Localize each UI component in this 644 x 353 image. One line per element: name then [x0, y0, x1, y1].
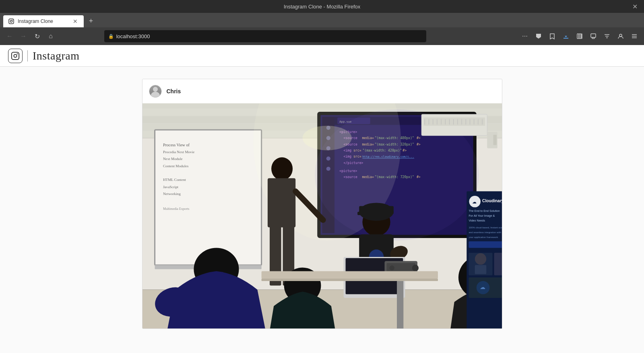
download-button[interactable] — [560, 31, 572, 42]
instagram-header: Instagram — [0, 45, 644, 67]
logo-divider — [27, 50, 28, 62]
svg-rect-7 — [591, 34, 596, 37]
svg-rect-84 — [493, 135, 496, 145]
svg-rect-6 — [581, 34, 582, 39]
svg-text:HTML Content: HTML Content — [163, 178, 186, 182]
svg-text:Process View of: Process View of — [163, 143, 190, 147]
post-image-container: Process View of Procedia Next Movie Next… — [142, 103, 502, 328]
svg-point-12 — [17, 53, 18, 54]
active-tab[interactable]: Instagram Clone ✕ — [3, 15, 84, 27]
svg-rect-10 — [12, 52, 19, 59]
svg-text:☁: ☁ — [472, 199, 476, 204]
post-username[interactable]: Chris — [167, 88, 181, 94]
svg-point-110 — [412, 265, 418, 271]
lock-icon: 🔒 — [108, 34, 114, 39]
svg-text:100% cloud-based, Instant scal: 100% cloud-based, Instant scale — [469, 226, 502, 229]
svg-rect-5 — [579, 34, 581, 39]
instagram-icon — [8, 49, 23, 63]
svg-rect-106 — [397, 273, 403, 328]
library-button[interactable] — [574, 31, 585, 42]
svg-rect-128 — [475, 265, 486, 274]
more-options-button[interactable]: ⋯ — [519, 31, 530, 42]
svg-text:Procedia Next Movie: Procedia Next Movie — [163, 150, 194, 154]
svg-point-9 — [619, 34, 622, 37]
svg-text:Next Module: Next Module — [163, 157, 182, 161]
svg-rect-124 — [469, 241, 502, 248]
account-button[interactable] — [615, 31, 626, 42]
tab-favicon — [8, 18, 14, 25]
bookmark-button[interactable] — [547, 31, 558, 42]
svg-point-87 — [271, 157, 293, 180]
svg-point-11 — [14, 54, 17, 57]
avatar[interactable] — [149, 85, 162, 98]
tab-bar: Instagram Clone ✕ + — [0, 13, 644, 27]
svg-point-111 — [389, 265, 394, 270]
svg-rect-4 — [577, 34, 579, 39]
svg-point-127 — [475, 253, 486, 265]
back-button[interactable]: ← — [4, 31, 15, 42]
instagram-wordmark: Instagram — [33, 49, 79, 62]
avatar-silhouette — [149, 85, 161, 97]
tab-close-button[interactable]: ✕ — [72, 18, 79, 25]
svg-text:JavaScript: JavaScript — [163, 185, 178, 189]
browser-title: Instagram Clone - Mozilla Firefox — [284, 4, 361, 10]
svg-text:The End to End Solution: The End to End Solution — [469, 209, 500, 213]
svg-text:☁: ☁ — [479, 284, 485, 290]
tab-label: Instagram Clone — [18, 18, 68, 24]
new-tab-button[interactable]: + — [85, 15, 97, 27]
home-button[interactable]: ⌂ — [45, 31, 56, 42]
svg-text:Content Modules: Content Modules — [163, 164, 188, 168]
filter-button[interactable] — [601, 31, 613, 42]
post-card: Chris — [142, 79, 502, 329]
toolbar-right: ⋯ — [519, 31, 640, 42]
svg-point-3 — [12, 20, 13, 21]
svg-rect-113 — [261, 279, 438, 281]
svg-rect-112 — [261, 271, 438, 279]
svg-rect-8 — [592, 37, 594, 39]
refresh-button[interactable]: ↻ — [31, 31, 43, 42]
instagram-logo-container: Instagram — [8, 49, 79, 63]
browser-close-button[interactable]: ✕ — [632, 3, 638, 10]
browser-window: Instagram Clone - Mozilla Firefox ✕ Inst… — [0, 0, 644, 353]
svg-text:For All Your Image &: For All Your Image & — [469, 214, 495, 218]
svg-text:Cloudinary: Cloudinary — [482, 199, 502, 203]
post-header: Chris — [142, 79, 502, 103]
feed-container: Chris — [134, 67, 510, 351]
svg-text:Networking: Networking — [163, 192, 180, 196]
page-content: Instagram Chris — [0, 45, 644, 353]
pocket-button[interactable] — [533, 31, 544, 42]
browser-titlebar: Instagram Clone - Mozilla Firefox ✕ — [0, 0, 644, 13]
forward-button[interactable]: → — [18, 31, 29, 42]
svg-text:your application framework: your application framework — [469, 236, 498, 238]
svg-rect-88 — [267, 178, 295, 227]
url-input[interactable] — [116, 33, 422, 39]
svg-text:Multimedia    Exports: Multimedia Exports — [163, 207, 189, 211]
synced-tabs-button[interactable] — [588, 31, 599, 42]
svg-point-86 — [302, 126, 351, 150]
svg-text:and seamless integration with: and seamless integration with — [469, 231, 501, 234]
svg-text:Video Needs: Video Needs — [469, 219, 485, 222]
browser-toolbar: ← → ↻ ⌂ 🔒 ⋯ — [0, 27, 644, 45]
post-image: Process View of Procedia Next Movie Next… — [142, 103, 502, 328]
address-bar: 🔒 — [104, 30, 426, 42]
menu-button[interactable] — [629, 31, 640, 42]
svg-rect-126 — [494, 253, 502, 275]
svg-rect-95 — [357, 212, 365, 215]
